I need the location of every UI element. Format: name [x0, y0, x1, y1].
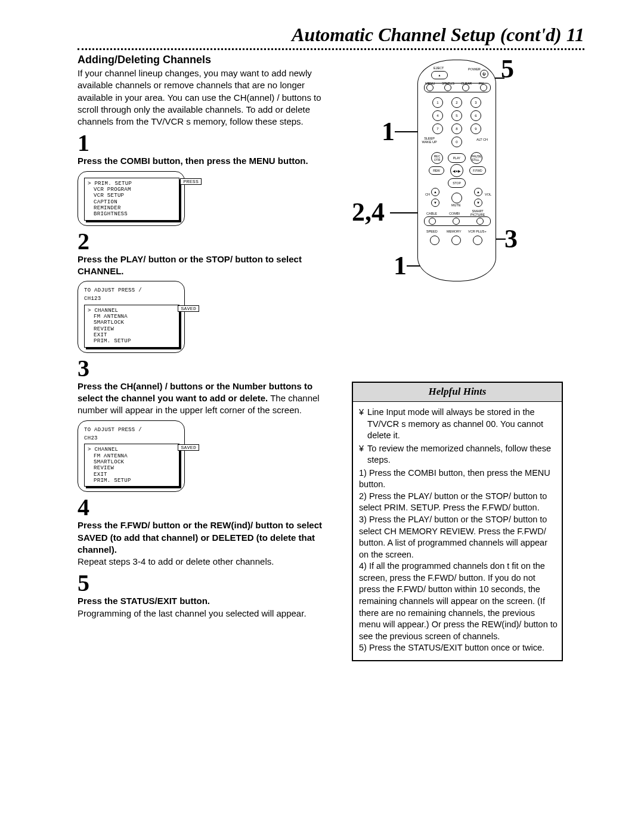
hints-line-5: 5) Press the STATUS/EXIT button once or …	[359, 642, 558, 654]
memory-label: MEMORY	[447, 230, 462, 233]
smart-button[interactable]	[476, 218, 484, 225]
remote-control: EJECT ▲ POWER ⏻ MENU STATUS CLEAR FM 1	[417, 60, 496, 281]
center-pad[interactable]: ◀●▶	[450, 164, 463, 177]
menu-line: SMARTLOCK	[88, 459, 176, 465]
screen-pre: TO ADJUST PRESS /	[84, 287, 179, 293]
hints-bullet-2: To review the memorized channels, follow…	[367, 443, 558, 466]
menu-line: CHANNEL	[88, 308, 176, 314]
fm-button[interactable]	[480, 84, 487, 91]
callout-24: 2,4	[352, 197, 385, 227]
tv-screen-1: PRESS PRIM. SETUP VCR PROGRAM VCR SETUP …	[78, 171, 185, 226]
mute-label: MUTE	[451, 203, 461, 207]
speed-label: SPEED	[426, 230, 438, 233]
eject-label: EJECT	[434, 66, 444, 70]
cable-button[interactable]	[429, 218, 436, 225]
bullet-icon: ¥	[359, 407, 364, 442]
power-button[interactable]: ⏻	[480, 70, 488, 78]
section-heading: Adding/Deleting Channels	[78, 54, 340, 66]
num-4-button[interactable]: 4	[432, 110, 443, 121]
hints-line-3: 3) Press the PLAY/ button or the STOP/ b…	[359, 514, 558, 561]
screen-badge: SAVED	[178, 305, 199, 312]
step-4-bold: Press the F.FWD/ button or the REW(ind)/…	[78, 520, 322, 555]
screen-badge: SAVED	[178, 444, 199, 451]
num-2-button[interactable]: 2	[451, 97, 462, 108]
play-button[interactable]: PLAY	[448, 153, 466, 163]
tv-screen-3: TO ADJUST PRESS / CH23 SAVED CHANNEL FM …	[78, 420, 185, 493]
combi-label: COMBI	[449, 212, 460, 215]
num-3-button[interactable]: 3	[470, 97, 481, 108]
altch-label: ALT CH	[476, 138, 488, 141]
sleep-label: SLEEP WAKE UP	[420, 137, 438, 144]
smart-label: SMART PICTURE	[470, 209, 485, 216]
eject-button[interactable]: ▲	[431, 71, 448, 79]
vol-label: VOL	[485, 193, 491, 196]
step-5-bold: Press the STATUS/EXIT button.	[78, 596, 210, 606]
num-9-button[interactable]: 9	[470, 123, 481, 134]
menu-button[interactable]	[426, 84, 434, 91]
vcrplus-label: VCR PLUS+	[468, 230, 487, 233]
step-4-rest: Repeat steps 3-4 to add or delete other …	[78, 556, 274, 566]
num-5-button[interactable]: 5	[451, 110, 462, 121]
clear-button[interactable]	[462, 84, 469, 91]
step-5-number: 5	[78, 571, 340, 595]
vcrplus-button[interactable]	[473, 236, 482, 245]
menu-line: PRIM. SETUP	[88, 181, 176, 187]
step-4-number: 4	[78, 496, 340, 519]
hints-line-1: 1) Press the COMBI button, then press th…	[359, 467, 558, 491]
vol-down-button[interactable]: ▼	[474, 199, 482, 207]
menu-line: REVIEW	[88, 465, 176, 471]
callout-1b: 1	[394, 250, 407, 281]
screen-pre: TO ADJUST PRESS /	[84, 427, 179, 433]
menu-line: PRIM. SETUP	[88, 338, 176, 344]
menu-line: VCR SETUP	[88, 193, 176, 199]
hints-line-4: 4) If all the programmed channels don t …	[359, 561, 558, 642]
menu-line: FM ANTENNA	[88, 314, 176, 320]
rew-button[interactable]: REW	[429, 166, 444, 175]
menu-line: PRIM. SETUP	[88, 478, 176, 484]
step-5-rest: Programming of the last channel you sele…	[78, 608, 306, 618]
callout-5: 5	[501, 54, 514, 84]
status-button[interactable]	[444, 84, 451, 91]
mute-button[interactable]	[451, 193, 462, 203]
page-title: Automatic Channel Setup (cont'd) 11	[78, 24, 584, 46]
screen-badge: PRESS	[180, 178, 202, 185]
stop-button[interactable]: STOP	[448, 178, 466, 188]
vol-up-button[interactable]: ▲	[474, 188, 482, 196]
combi-button[interactable]	[453, 218, 460, 225]
helpful-hints-box: Helpful Hints ¥Line Input mode will alwa…	[352, 382, 563, 661]
step-1-number: 1	[78, 131, 340, 155]
menu-line: EXIT	[88, 472, 176, 478]
ffwd-button[interactable]: F.FWD	[469, 166, 486, 175]
callout-1: 1	[382, 116, 395, 147]
intro-text: If your channel lineup changes, you may …	[78, 67, 334, 128]
pause-button[interactable]: PAUSE STILL	[470, 152, 482, 164]
menu-line: CAPTION	[88, 199, 176, 205]
num-7-button[interactable]: 7	[432, 123, 443, 134]
separator	[78, 48, 584, 50]
num-8-button[interactable]: 8	[451, 123, 462, 134]
screen-pre: CH123	[84, 296, 179, 302]
menu-line: FM ANTENNA	[88, 453, 176, 459]
ch-up-button[interactable]: ▲	[431, 188, 439, 196]
screen-pre: CH23	[84, 435, 179, 441]
hints-bullet-1: Line Input mode will always be stored in…	[367, 407, 558, 442]
memory-button[interactable]	[451, 236, 461, 245]
num-1-button[interactable]: 1	[432, 97, 443, 108]
menu-line: CHANNEL	[88, 447, 176, 453]
menu-line: EXIT	[88, 332, 176, 338]
num-6-button[interactable]: 6	[470, 110, 481, 121]
callout-3: 3	[504, 224, 518, 254]
menu-line: SMARTLOCK	[88, 320, 176, 326]
callout-line	[395, 131, 419, 132]
menu-line: BRIGHTNESS	[88, 211, 176, 217]
ch-down-button[interactable]: ▼	[431, 199, 439, 207]
num-0-button[interactable]: 0	[451, 137, 462, 147]
step-2-text: Press the PLAY/ button or the STOP/ butt…	[78, 254, 302, 276]
power-label: POWER	[468, 67, 481, 71]
cable-label: CABLE	[426, 212, 437, 215]
tv-screen-2: TO ADJUST PRESS / CH123 SAVED CHANNEL FM…	[78, 281, 185, 353]
rec-button[interactable]: REC OTR	[431, 152, 443, 164]
speed-button[interactable]	[430, 236, 439, 245]
hints-line-2: 2) Press the PLAY/ button or the STOP/ b…	[359, 491, 558, 514]
step-2-number: 2	[78, 230, 340, 253]
